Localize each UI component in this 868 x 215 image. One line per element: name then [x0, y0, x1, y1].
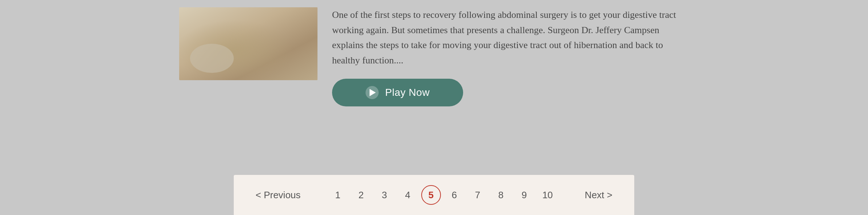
page-number-9[interactable]: 9	[514, 185, 534, 205]
play-button-label: Play Now	[385, 87, 430, 98]
page-number-7[interactable]: 7	[468, 185, 488, 205]
article-text: One of the first steps to recovery follo…	[332, 7, 689, 106]
page-number-6[interactable]: 6	[445, 185, 464, 205]
decorative-plate	[190, 44, 234, 73]
article-description: One of the first steps to recovery follo…	[332, 7, 689, 68]
play-now-button[interactable]: Play Now	[332, 79, 463, 106]
play-icon	[366, 86, 379, 99]
page-number-8[interactable]: 8	[491, 185, 511, 205]
article-image-inner	[179, 7, 317, 80]
play-triangle-icon	[370, 89, 376, 96]
page-number-10[interactable]: 10	[538, 185, 557, 205]
page-number-3[interactable]: 3	[375, 185, 394, 205]
next-button[interactable]: Next >	[577, 186, 620, 204]
page-wrapper: One of the first steps to recovery follo…	[0, 0, 868, 215]
page-number-5[interactable]: 5	[421, 185, 441, 205]
previous-button[interactable]: < Previous	[248, 186, 308, 204]
page-number-2[interactable]: 2	[351, 185, 371, 205]
article-image	[179, 7, 317, 80]
page-number-4[interactable]: 4	[398, 185, 418, 205]
pagination-bar: < Previous 12345678910 Next >	[234, 175, 634, 215]
page-number-1[interactable]: 1	[328, 185, 348, 205]
content-area: One of the first steps to recovery follo…	[179, 0, 689, 106]
pagination-pages: 12345678910	[328, 185, 557, 205]
